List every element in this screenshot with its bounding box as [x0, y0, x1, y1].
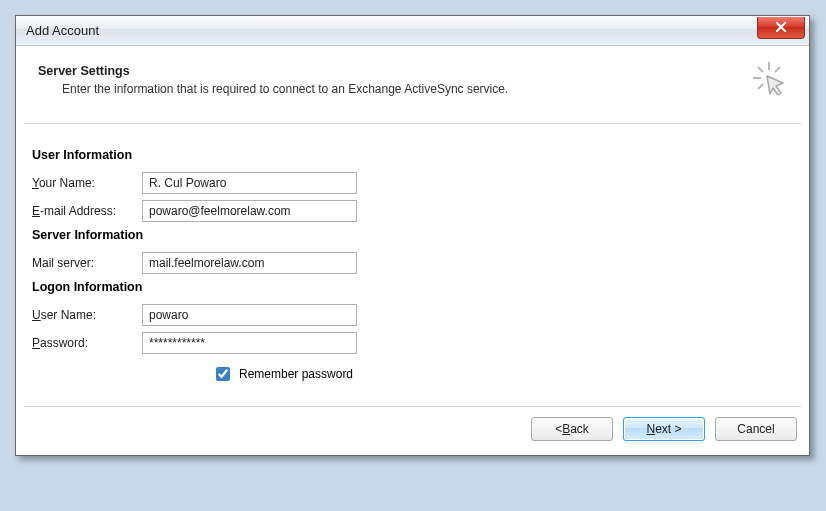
- row-mail-server: Mail server:: [32, 252, 801, 274]
- footer: < Back Next > Cancel: [24, 406, 801, 445]
- label-user-name: User Name:: [32, 308, 142, 322]
- svg-line-3: [775, 67, 780, 72]
- next-button[interactable]: Next >: [623, 417, 705, 441]
- section-server-info: Server Information: [32, 228, 801, 242]
- titlebar: Add Account: [16, 16, 809, 46]
- svg-line-2: [758, 67, 763, 72]
- close-button[interactable]: [757, 17, 805, 39]
- row-user-name: User Name:: [32, 304, 801, 326]
- cursor-click-icon: [751, 60, 793, 102]
- email-field[interactable]: [142, 200, 357, 222]
- label-password: Password:: [32, 336, 142, 350]
- header-title: Server Settings: [38, 64, 787, 78]
- label-mail-server: Mail server:: [32, 256, 142, 270]
- row-password: Password:: [32, 332, 801, 354]
- row-your-name: Your Name:: [32, 172, 801, 194]
- label-remember-password: Remember password: [239, 367, 353, 381]
- section-logon-info: Logon Information: [32, 280, 801, 294]
- header-subtitle: Enter the information that is required t…: [62, 82, 787, 96]
- header-panel: Server Settings Enter the information th…: [24, 54, 801, 124]
- label-your-name: Your Name:: [32, 176, 142, 190]
- remember-password-checkbox[interactable]: [216, 367, 230, 381]
- cancel-button[interactable]: Cancel: [715, 417, 797, 441]
- add-account-dialog: Add Account Server Settings Enter the in…: [15, 15, 810, 456]
- close-icon: [774, 21, 788, 33]
- section-user-info: User Information: [32, 148, 801, 162]
- your-name-field[interactable]: [142, 172, 357, 194]
- back-button[interactable]: < Back: [531, 417, 613, 441]
- window-title: Add Account: [26, 23, 99, 38]
- password-field[interactable]: [142, 332, 357, 354]
- user-name-field[interactable]: [142, 304, 357, 326]
- body-panel: User Information Your Name: E-mail Addre…: [16, 124, 809, 398]
- row-remember: Remember password: [212, 364, 801, 384]
- mail-server-field[interactable]: [142, 252, 357, 274]
- svg-line-4: [758, 84, 763, 89]
- row-email: E-mail Address:: [32, 200, 801, 222]
- label-email: E-mail Address:: [32, 204, 142, 218]
